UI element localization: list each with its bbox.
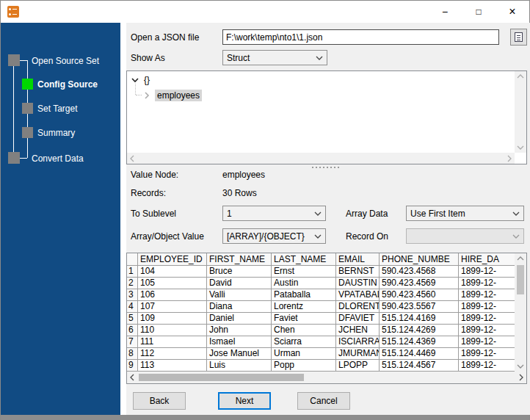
table-cell: Faviet: [272, 313, 336, 325]
tree-connector-horizontal: [136, 95, 142, 95]
scrollbar-thumb[interactable]: [517, 265, 524, 294]
scroll-down-icon[interactable]: [517, 364, 524, 369]
table-cell: 107: [138, 301, 207, 313]
table-cell: Urman: [272, 348, 336, 360]
row-number: 9: [127, 360, 138, 372]
scroll-up-icon[interactable]: [517, 74, 524, 79]
table-cell: Pataballa: [272, 289, 336, 301]
table-cell: Popp: [272, 360, 336, 372]
back-button[interactable]: Back: [133, 392, 186, 410]
table-cell: DFAVIET: [336, 313, 380, 325]
maximize-button[interactable]: □: [462, 1, 495, 23]
table-cell: 1899-12-: [459, 266, 515, 278]
grid-vertical-scrollbar[interactable]: [515, 253, 526, 372]
step-square-set-target: [22, 103, 33, 114]
browse-button[interactable]: [510, 29, 527, 46]
scroll-down-icon[interactable]: [517, 145, 524, 150]
table-cell: 1899-12-: [459, 325, 515, 336]
tree-node-employees[interactable]: employees: [145, 90, 202, 101]
table-cell: 515.124.4169: [380, 313, 459, 325]
table-cell: 515.124.4269: [380, 325, 459, 336]
table-cell: Jose Manuel: [207, 348, 272, 360]
table-cell: 109: [138, 313, 207, 325]
column-header[interactable]: HIRE_DA: [459, 253, 515, 266]
table-row[interactable]: 2105DavidAustinDAUSTIN590.423.45691899-1…: [127, 278, 515, 289]
table-cell: 1899-12-: [459, 301, 515, 313]
table-row[interactable]: 1104BruceErnstBERNST590.423.45681899-12-: [127, 266, 515, 278]
table-cell: 1899-12-: [459, 289, 515, 301]
close-button[interactable]: ×: [495, 1, 529, 23]
minimize-button[interactable]: −: [428, 1, 462, 23]
column-header[interactable]: PHONE_NUMBE: [380, 253, 459, 266]
table-cell: DLORENTZ: [336, 301, 380, 313]
table-cell: 1899-12-: [459, 278, 515, 289]
records-value: 30 Rows: [222, 188, 257, 198]
step-square-open-source-set: [8, 54, 20, 66]
splitter-handle[interactable]: [312, 167, 340, 169]
cancel-button[interactable]: Cancel: [297, 392, 350, 410]
record-on-select[interactable]: [406, 228, 524, 244]
table-row[interactable]: 3106ValliPataballaVPATABAL590.423.456018…: [127, 289, 515, 301]
table-cell: 104: [138, 266, 207, 278]
chevron-down-icon: [314, 234, 322, 239]
open-file-label: Open a JSON file: [131, 32, 199, 43]
array-object-select[interactable]: [ARRAY]/{OBJECT}: [222, 228, 326, 244]
table-row[interactable]: 6110JohnChenJCHEN515.124.42691899-12-: [127, 325, 515, 336]
document-icon: [515, 32, 523, 42]
table-cell: Daniel: [207, 313, 272, 325]
table-cell: 1899-12-: [459, 348, 515, 360]
tree-vertical-scrollbar[interactable]: [515, 71, 526, 153]
table-cell: ISCIARRA: [336, 336, 380, 348]
window-bottom-edge: [1, 415, 529, 420]
table-row[interactable]: 8112Jose ManuelUrmanJMURMAN515.124.44691…: [127, 348, 515, 360]
table-cell: 590.423.5567: [380, 301, 459, 313]
table-row[interactable]: 7111IsmaelSciarraISCIARRA515.124.4369189…: [127, 336, 515, 348]
tree-node-root-label: {}: [144, 75, 150, 85]
table-row[interactable]: 9113LuisPoppLPOPP515.124.45671899-12-: [127, 360, 515, 372]
table-cell: Ismael: [207, 336, 272, 348]
to-sublevel-label: To Sublevel: [131, 209, 176, 219]
titlebar[interactable]: − □ ×: [1, 1, 529, 23]
table-cell: 105: [138, 278, 207, 289]
scroll-left-icon[interactable]: [130, 155, 134, 162]
table-cell: DAUSTIN: [336, 278, 380, 289]
tree-node-root[interactable]: {}: [131, 75, 150, 85]
scroll-up-icon[interactable]: [517, 256, 524, 261]
tree-horizontal-scrollbar[interactable]: [127, 153, 515, 164]
table-cell: JMURMAN: [336, 348, 380, 360]
table-row[interactable]: 4107DianaLorentzDLORENTZ590.423.55671899…: [127, 301, 515, 313]
table-cell: David: [207, 278, 272, 289]
chevron-down-icon: [314, 211, 322, 216]
scroll-right-icon[interactable]: [519, 374, 523, 381]
file-path-input[interactable]: [222, 29, 499, 45]
to-sublevel-value: 1: [227, 209, 314, 219]
scroll-right-icon[interactable]: [507, 155, 512, 162]
chevron-down-icon: [512, 211, 520, 216]
scrollbar-thumb[interactable]: [139, 374, 304, 381]
table-cell: 590.423.4569: [380, 278, 459, 289]
show-as-value: Struct: [227, 53, 316, 63]
column-header[interactable]: LAST_NAME: [272, 253, 336, 266]
chevron-down-icon: [316, 56, 323, 60]
next-button[interactable]: Next: [218, 392, 271, 410]
show-as-select[interactable]: Struct: [222, 50, 327, 65]
tree-node-employees-label: employees: [155, 90, 202, 101]
column-header[interactable]: EMPLOYEE_ID: [138, 253, 207, 266]
table-row[interactable]: 5109DanielFavietDFAVIET515.124.41691899-…: [127, 313, 515, 325]
sidebar-step-config-source: Config Source: [37, 79, 98, 90]
column-header[interactable]: FIRST_NAME: [207, 253, 272, 266]
table-cell: Austin: [272, 278, 336, 289]
to-sublevel-select[interactable]: 1: [222, 206, 326, 221]
tree-expander-expanded-icon[interactable]: [131, 78, 139, 83]
column-header[interactable]: EMAIL: [336, 253, 380, 266]
array-object-value: [ARRAY]/{OBJECT}: [227, 231, 314, 242]
step-connector-bottom: [20, 158, 27, 159]
row-number: 5: [127, 313, 138, 325]
json-tree[interactable]: {} employees: [126, 70, 527, 164]
grid-horizontal-scrollbar[interactable]: [127, 372, 526, 383]
data-grid[interactable]: EMPLOYEE_IDFIRST_NAMELAST_NAMEEMAILPHONE…: [126, 253, 527, 384]
array-data-select[interactable]: Use First Item: [406, 206, 524, 221]
sidebar-step-convert-data: Convert Data: [32, 153, 84, 164]
tree-expander-collapsed-icon[interactable]: [145, 92, 150, 99]
scroll-left-icon[interactable]: [130, 374, 134, 381]
